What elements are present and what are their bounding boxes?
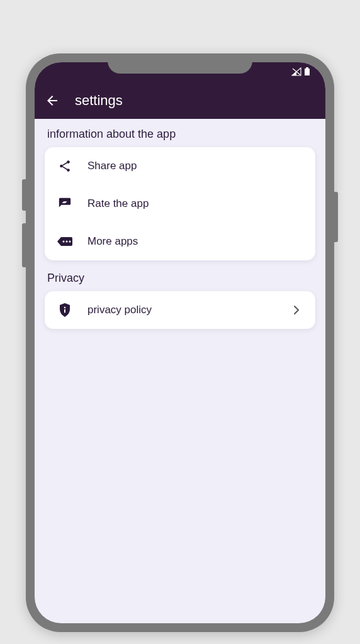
svg-rect-1	[305, 69, 310, 75]
phone-frame: settings information about the app Share…	[26, 53, 334, 632]
arrow-left-icon	[45, 93, 60, 108]
share-app-label: Share app	[87, 160, 303, 172]
svg-point-11	[64, 307, 66, 309]
svg-line-7	[62, 167, 67, 170]
share-icon	[57, 158, 72, 174]
privacy-policy-label: privacy policy	[87, 304, 275, 316]
privacy-policy-item[interactable]: privacy policy	[45, 291, 315, 329]
privacy-card: privacy policy	[45, 291, 315, 329]
svg-rect-2	[306, 67, 308, 69]
more-apps-label: More apps	[87, 235, 303, 248]
more-icon	[57, 234, 72, 249]
rate-app-item[interactable]: Rate the app	[45, 185, 315, 223]
status-indicators	[291, 67, 310, 78]
shield-icon	[57, 303, 72, 318]
svg-point-8	[63, 241, 65, 243]
rate-app-label: Rate the app	[87, 197, 303, 210]
content: information about the app Share app Rate…	[35, 119, 325, 349]
share-app-item[interactable]: Share app	[45, 147, 315, 185]
svg-point-9	[66, 241, 68, 243]
app-header: settings	[35, 82, 325, 119]
info-section-label: information about the app	[45, 128, 315, 141]
battery-icon	[304, 67, 310, 78]
svg-rect-12	[64, 309, 65, 313]
chevron-right-icon	[290, 304, 303, 316]
phone-notch	[108, 53, 252, 74]
signal-icon	[291, 67, 301, 78]
privacy-section-label: Privacy	[45, 272, 315, 285]
info-card: Share app Rate the app More apps	[45, 147, 315, 260]
svg-line-6	[62, 163, 67, 166]
more-apps-item[interactable]: More apps	[45, 223, 315, 260]
screen: settings information about the app Share…	[35, 62, 325, 623]
svg-point-10	[69, 241, 71, 243]
page-title: settings	[75, 92, 123, 109]
rate-icon	[57, 196, 72, 211]
back-button[interactable]	[45, 93, 60, 108]
